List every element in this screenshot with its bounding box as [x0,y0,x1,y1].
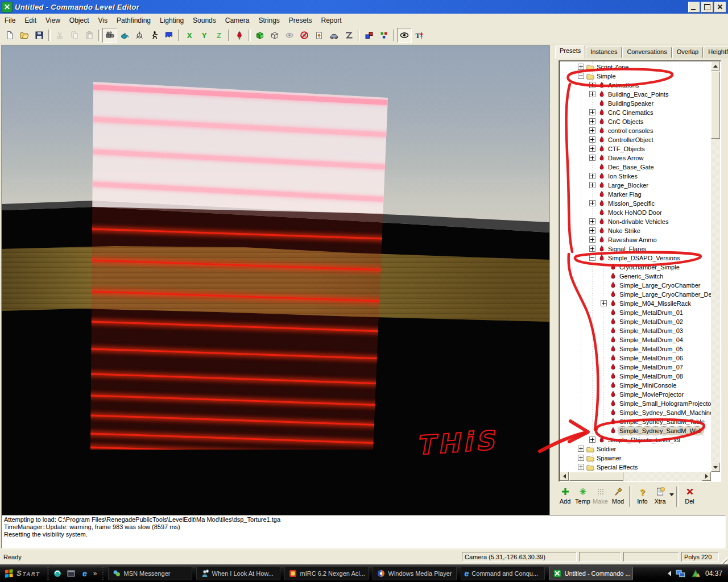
menu-edit[interactable]: Edit [20,15,41,26]
axis-y-icon[interactable]: Y [197,28,212,43]
tree-item-simple-m04-missilerack[interactable]: Simple_M04_MissileRack [560,299,711,308]
tree-item-label[interactable]: Mock HoNOD Door [607,209,663,217]
tree-item-mission-specific[interactable]: Mission_Specific [560,199,711,208]
tree-item-label[interactable]: CnC Objects [607,118,644,126]
expand-icon[interactable] [589,218,595,225]
tree-item-simple-dsapo-versions[interactable]: Simple_DSAPO_Versions [560,253,711,263]
cubes-group-icon[interactable] [362,28,377,43]
tree-item-label[interactable]: Raveshaw Ammo [607,236,658,244]
menu-report[interactable]: Report [317,15,346,26]
tab-overlap[interactable]: Overlap [672,47,704,58]
tree-item-raveshaw-ammo[interactable]: Raveshaw Ammo [560,235,711,244]
menu-presets[interactable]: Presets [284,15,317,26]
expand-icon[interactable] [578,455,584,461]
vertex-drop-icon[interactable] [232,28,247,43]
flag-icon[interactable] [162,28,176,43]
open-folder-icon[interactable] [17,28,32,43]
tree-item-label[interactable]: Simple_Sydney_SandM_Table [618,418,706,426]
tree-item-simple-metaldrum-05[interactable]: Simple_MetalDrum_05 [560,344,711,354]
tree-item-label[interactable]: Soldier [595,445,617,453]
copy-icon[interactable] [67,28,82,43]
tree-item-simple-metaldrum-07[interactable]: Simple_MetalDrum_07 [560,363,711,372]
axis-z-icon[interactable]: Z [212,28,226,43]
tree-item-label[interactable]: CTF_Objects [607,145,646,153]
expand-icon[interactable] [589,173,595,179]
tree-item-daves-arrow[interactable]: Daves Arrow [560,153,711,163]
menu-lighting[interactable]: Lighting [155,15,188,26]
mod-button[interactable]: Mod [609,485,627,510]
tree-item-animations[interactable]: Animations [560,81,711,90]
tree-item-label[interactable]: Simple_Large_CryoChamber_Destr [618,290,711,298]
scroll-right-button[interactable] [702,472,711,481]
menu-object[interactable]: Object [65,15,94,26]
tree-item-label[interactable]: Simple_MetalDrum_03 [618,327,684,335]
tree-item-label[interactable]: Script Zone [595,63,630,71]
tree-item-script-zone[interactable]: Script Zone [560,63,711,72]
eye-icon[interactable] [397,28,412,43]
tree-item-label[interactable]: Simple_MetalDrum_07 [618,363,684,371]
expand-icon[interactable] [589,127,595,134]
menu-view[interactable]: View [41,15,65,26]
tray-collapse-icon[interactable] [665,571,671,576]
cut-icon[interactable] [52,28,67,43]
3d-viewport[interactable] [1,45,550,516]
tree-item-large-blocker[interactable]: Large_Blocker [560,181,711,190]
tree-item-simple-metaldrum-08[interactable]: Simple_MetalDrum_08 [560,372,711,381]
tree-item-label[interactable]: Simple_DSAPO_Versions [607,254,681,262]
tree-item-ion-strikes[interactable]: Ion Strikes [560,172,711,181]
tree-item-simple-sydney-sandm-table[interactable]: Simple_Sydney_SandM_Table [560,417,711,426]
tree-item-simple-sydney-sandm-machine[interactable]: Simple_Sydney_SandM_Machine [560,408,711,417]
tree-item-spawner[interactable]: Spawner [560,454,711,463]
tree-item-label[interactable]: Marker Flag [607,190,643,198]
menu-pathfinding[interactable]: Pathfinding [112,15,155,26]
tree-item-label[interactable]: Daves Arrow [607,154,644,162]
taskbar-button-when-i-look-at-how[interactable]: When I Look At How... [196,567,280,580]
chevron-icon[interactable]: » [93,569,97,577]
tree-item-label[interactable]: Non-drivable Vehicles [607,218,669,226]
tree-item-nuke-strike[interactable]: Nuke Strike [560,226,711,235]
tree-item-label[interactable]: Simple_Large_CryoChamber [618,281,701,289]
tree-item-simple-large-cryochamber[interactable]: Simple_Large_CryoChamber [560,281,711,290]
del-button[interactable]: Del [681,485,698,510]
temp-button[interactable]: Temp [574,485,592,510]
tree-item-label[interactable]: Dec_Base_Gate [607,163,655,171]
tree-item-mock-honod-door[interactable]: Mock HoNOD Door [560,208,711,217]
text-plus-icon[interactable]: TT [412,28,427,43]
tree-item-simple-metaldrum-04[interactable]: Simple_MetalDrum_04 [560,335,711,344]
tree-item-label[interactable]: Simple_MetalDrum_02 [618,318,684,326]
tree-item-buildingspeaker[interactable]: BuildingSpeaker [560,99,711,108]
expand-icon[interactable] [578,464,584,470]
tree-item-simple-metaldrum-03[interactable]: Simple_MetalDrum_03 [560,326,711,335]
quicklaunch-app-window-icon[interactable] [66,568,76,579]
v-scroll-thumb[interactable] [711,72,720,139]
make-button[interactable]: Make [592,485,609,510]
quicklaunch-app-teal-icon[interactable] [52,568,63,579]
tab-heightfield[interactable]: Heightfield [704,47,728,58]
tree-item-label[interactable]: ControllerObject [607,136,654,144]
vehicle-icon[interactable] [326,28,341,43]
scroll-down-button[interactable] [711,463,720,472]
tree-item-label[interactable]: Animations [607,81,640,89]
tree-item-simple-metaldrum-06[interactable]: Simple_MetalDrum_06 [560,354,711,363]
expand-icon[interactable] [589,82,595,88]
tree-item-simple-miniconsole[interactable]: Simple_MiniConsole [560,381,711,390]
menu-camera[interactable]: Camera [221,15,254,26]
menu-strings[interactable]: Strings [254,15,284,26]
expand-icon[interactable] [589,91,595,97]
tree-item-label[interactable]: CnC Cinematics [607,109,654,117]
scroll-left-button[interactable] [560,472,569,481]
new-document-icon[interactable] [2,28,17,43]
tree-item-simple-large-cryochamber-destr[interactable]: Simple_Large_CryoChamber_Destr [560,290,711,299]
tab-presets[interactable]: Presets [555,45,585,59]
tree-item-control-consoles[interactable]: control consoles [560,126,711,135]
tree-item-special-effects[interactable]: Special Effects [560,463,711,472]
tree-item-label[interactable]: Simple_MetalDrum_01 [618,309,684,317]
tab-instances[interactable]: Instances [586,47,622,58]
taskbar-button-untitled-commando[interactable]: Untitled - Commando ... [549,567,633,580]
taskbar-button-command-and-conqu[interactable]: eCommand and Conqu... [461,567,545,580]
resize-grip[interactable] [720,556,727,564]
tree-item-simple-objects-level-x9[interactable]: Simple_Objects_Level_x9 [560,435,711,444]
taskbar-button-windows-media-player[interactable]: Windows Media Player [373,567,457,580]
xtra-button[interactable]: Xtra [651,485,669,510]
tree-item-label[interactable]: Simple_MetalDrum_06 [618,354,684,362]
